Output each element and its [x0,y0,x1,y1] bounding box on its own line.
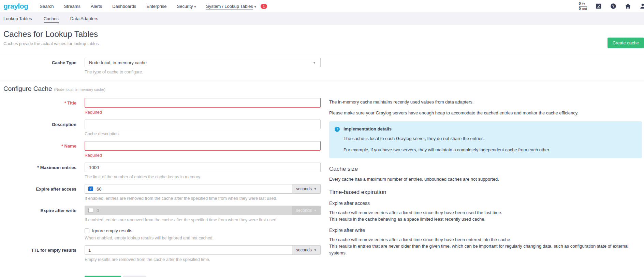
doc-paragraph-1: The in-memory cache maintains recently u… [329,99,642,106]
expire-access-row: Expire after access ✓ seconds▼ If enable… [0,184,323,201]
create-cache-button[interactable]: Create cache [85,276,121,277]
nav-right-cluster: 0in 0out ? [579,1,644,11]
svg-text:?: ? [612,4,614,8]
ttl-empty-row: TTL for empty results seconds▼ Empty res… [0,245,323,262]
main-nav: Search Streams Alerts Dashboards Enterpr… [40,4,256,9]
cache-type-label: Cache Type [0,58,81,65]
name-error: Required [85,153,321,158]
alert-line-1: The cache is local to each Graylog serve… [343,135,550,142]
ignore-empty-row: ✓ Ignore empty results When enabled, emp… [0,227,323,240]
help-icon[interactable]: ? [610,3,616,10]
name-row: * Name Required [0,141,323,158]
expire-write-unit-dropdown: seconds▼ [292,206,321,215]
expire-write-label: Expire after write [0,206,81,213]
ignore-empty-label[interactable]: Ignore empty results [92,228,132,233]
expire-write-heading: Expire after write [329,227,642,233]
cache-documentation: The in-memory cache maintains recently u… [323,98,644,260]
nav-item-enterprise[interactable]: Enterprise [146,4,166,9]
expire-write-input [97,206,289,215]
caret-down-icon: ▼ [313,61,316,65]
expire-access-label: Expire after access [0,184,81,192]
description-row: Description Cache description. [0,120,323,136]
form-buttons-row: Create cache Cancel [0,267,323,277]
expire-access-input[interactable] [97,184,289,193]
check-icon: ✓ [89,187,92,191]
ttl-empty-hint: Empty results are removed from the cache… [85,257,321,262]
caret-down-icon: ▼ [314,188,317,191]
subnav-data-adapters[interactable]: Data Adapters [70,15,98,22]
subnav-caches[interactable]: Caches [44,15,59,23]
max-entries-input[interactable] [85,163,321,172]
edit-icon[interactable] [595,3,602,10]
create-cache-button-top[interactable]: Create cache [608,38,644,48]
description-label: Description [0,120,81,127]
expire-access-unit-dropdown[interactable]: seconds▼ [292,184,321,194]
name-label: * Name [0,141,81,149]
caret-down-icon: ▼ [314,209,317,212]
nav-item-dashboards[interactable]: Dashboards [112,4,136,9]
home-icon[interactable] [625,3,631,10]
ttl-empty-input[interactable] [88,246,289,254]
cache-type-select[interactable]: Node-local, in-memory cache ▼ [85,58,321,67]
title-label: * Title [0,98,81,106]
configure-heading-suffix: (Node-local, in-memory cache) [54,87,105,92]
ttl-empty-unit-dropdown[interactable]: seconds▼ [292,245,321,255]
cache-type-hint: The type of cache to configure. [85,70,321,74]
cache-size-text: Every cache has a maximum number of entr… [329,176,642,183]
top-navbar: graylog Search Streams Alerts Dashboards… [0,0,644,12]
expire-access-checkbox[interactable]: ✓ [88,186,93,191]
nav-item-alerts[interactable]: Alerts [91,4,102,9]
nav-item-security[interactable]: Security▾ [177,4,196,9]
doc-paragraph-2: Please make sure your Graylog servers ha… [329,110,642,116]
alert-line-2: For example, if you have two servers, th… [343,147,550,153]
alert-title: Implementation details [343,126,550,131]
description-input[interactable] [85,120,321,129]
subnav-lookup-tables[interactable]: Lookup Tables [3,15,32,22]
expire-write-row: Expire after write ✓ seconds▼ If enabled… [0,206,323,222]
expire-write-checkbox[interactable]: ✓ [88,208,93,213]
throughput-indicator[interactable]: 0in 0out [579,1,587,11]
cache-size-heading: Cache size [329,166,642,172]
nav-item-system-lookup-tables[interactable]: System / Lookup Tables▾ [206,4,256,9]
name-input[interactable] [85,141,321,151]
nav-item-streams[interactable]: Streams [64,4,80,9]
ttl-empty-label: TTL for empty results [0,245,81,253]
page-subtitle: Caches provide the actual values for loo… [3,41,644,46]
cache-type-section: Cache Type Node-local, in-memory cache ▼… [0,52,644,81]
info-icon: i [335,127,340,132]
expire-access-hint: If enabled, entries are removed from the… [85,196,321,201]
cache-form: * Title Required Description Cache descr… [0,98,323,277]
cancel-button[interactable]: Cancel [123,276,146,277]
caret-down-icon: ▾ [194,5,196,9]
graylog-logo[interactable]: graylog [3,2,28,10]
user-icon[interactable] [639,3,644,10]
notification-badge[interactable]: 1 [261,4,267,9]
description-hint: Cache description. [85,131,321,136]
implementation-details-alert: i Implementation details The cache is lo… [329,121,642,158]
expire-write-text: The cache will remove entries after a fi… [329,236,642,257]
title-error: Required [85,110,321,115]
configure-cache-section: Configure Cache(Node-local, in-memory ca… [0,81,644,277]
expire-access-text: The cache will remove entries after a fi… [329,209,642,223]
lookup-tables-subnav: Lookup Tables Caches Data Adapters [0,12,644,25]
nav-item-search[interactable]: Search [40,4,54,9]
expire-write-hint: If enabled, entries are removed from the… [85,218,321,222]
max-entries-row: * Maximum entries The limit of the numbe… [0,163,323,179]
page-header: Caches for Lookup Tables Caches provide … [0,25,644,52]
configure-heading: Configure Cache(Node-local, in-memory ca… [0,85,644,93]
title-row: * Title Required [0,98,323,115]
ignore-empty-checkbox[interactable]: ✓ [85,228,89,233]
page-title: Caches for Lookup Tables [3,29,644,39]
caret-down-icon: ▼ [314,249,317,252]
ignore-empty-hint: When enabled, empty lookup results will … [85,236,321,240]
title-input[interactable] [85,98,321,108]
caret-down-icon: ▾ [254,5,256,9]
time-based-expiration-heading: Time-based expiration [329,189,642,196]
max-entries-label: * Maximum entries [0,163,81,170]
expire-access-heading: Expire after access [329,200,642,206]
max-entries-hint: The limit of the number of entries the c… [85,175,321,179]
